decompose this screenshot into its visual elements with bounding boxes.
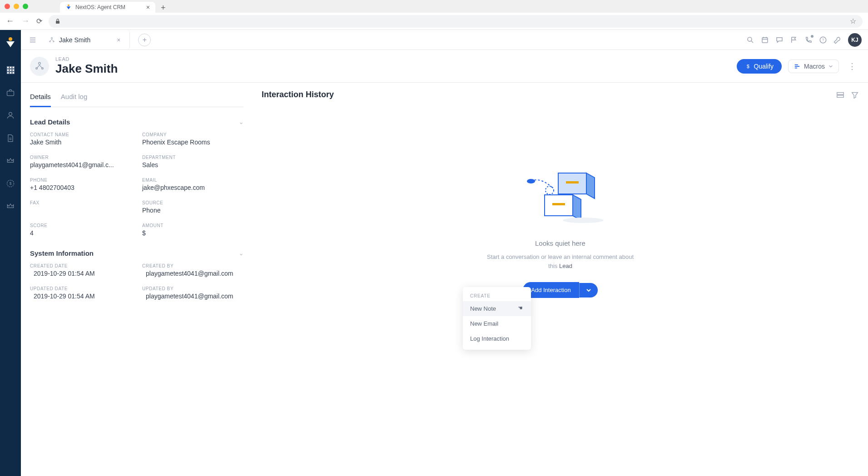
favicon bbox=[65, 4, 72, 10]
field-value[interactable]: Phone bbox=[142, 207, 243, 214]
svg-rect-9 bbox=[7, 72, 9, 74]
svg-rect-28 bbox=[837, 95, 843, 97]
dollar-circle-icon[interactable]: $ bbox=[5, 178, 16, 189]
field-value[interactable]: Phoenix Escape Rooms bbox=[142, 139, 243, 146]
browser-tab-title: NextOS: Agent CRM bbox=[75, 4, 125, 10]
section-system-info[interactable]: System Information ⌄ bbox=[30, 245, 243, 260]
svg-rect-1 bbox=[56, 21, 60, 24]
field-email: EMAIL jake@phxescape.com bbox=[142, 178, 243, 191]
document-icon[interactable] bbox=[5, 133, 16, 144]
filter-icon[interactable] bbox=[851, 91, 859, 99]
wrench-icon[interactable] bbox=[833, 36, 842, 44]
dropdown-header: CREATE bbox=[463, 291, 531, 301]
field-value: 2019-10-29 01:54 AM bbox=[30, 293, 131, 300]
briefcase-icon[interactable] bbox=[5, 87, 16, 98]
window-close[interactable] bbox=[5, 4, 10, 9]
svg-point-35 bbox=[563, 218, 604, 223]
add-interaction-dropdown: CREATE New Note ☚ New Email Log Interact… bbox=[463, 287, 531, 350]
field-value[interactable]: jake@phxescape.com bbox=[142, 184, 243, 191]
dropdown-item-new-note[interactable]: New Note ☚ bbox=[463, 301, 531, 316]
section-lead-details[interactable]: Lead Details ⌄ bbox=[30, 114, 243, 129]
svg-rect-3 bbox=[7, 67, 9, 69]
new-tab-button[interactable]: + bbox=[161, 3, 166, 13]
app-shell: $ Jake Smith × + bbox=[0, 30, 868, 476]
subtab-details[interactable]: Details bbox=[30, 90, 51, 107]
svg-rect-8 bbox=[12, 69, 14, 71]
dropdown-item-log-interaction[interactable]: Log Interaction bbox=[463, 331, 531, 346]
browser-chrome: NextOS: Agent CRM × + bbox=[0, 0, 868, 13]
workspace-tab-label: Jake Smith bbox=[59, 36, 90, 44]
svg-point-19 bbox=[748, 37, 752, 41]
browser-tab-active[interactable]: NextOS: Agent CRM × bbox=[60, 2, 155, 13]
search-icon[interactable] bbox=[746, 36, 754, 44]
field-label: CONTACT NAME bbox=[30, 132, 131, 137]
svg-text:$: $ bbox=[10, 181, 12, 186]
field-value[interactable]: 4 bbox=[30, 229, 131, 237]
subtab-audit-log[interactable]: Audit log bbox=[61, 90, 87, 107]
field-label: FAX bbox=[30, 200, 131, 205]
interaction-history-panel: Interaction History bbox=[253, 83, 868, 476]
flag-icon[interactable] bbox=[790, 36, 798, 44]
add-workspace-tab-button[interactable]: + bbox=[138, 34, 151, 46]
field-value[interactable]: +1 4802700403 bbox=[30, 184, 131, 191]
svg-rect-31 bbox=[566, 181, 579, 183]
bookmark-star-icon[interactable]: ☆ bbox=[850, 17, 856, 25]
subtabs: Details Audit log bbox=[30, 90, 243, 107]
details-panel: Details Audit log Lead Details ⌄ CONTACT… bbox=[21, 83, 253, 476]
record-type-label: LEAD bbox=[55, 56, 118, 62]
workspace-tab-close-icon[interactable]: × bbox=[117, 36, 120, 44]
field-label: COMPANY bbox=[142, 132, 243, 137]
svg-rect-20 bbox=[762, 37, 768, 42]
help-icon[interactable]: ? bbox=[819, 36, 827, 44]
svg-marker-30 bbox=[586, 173, 595, 198]
url-bar[interactable]: ☆ bbox=[49, 15, 863, 28]
empty-illustration bbox=[515, 168, 606, 231]
add-interaction-button[interactable]: Add Interaction bbox=[523, 282, 579, 298]
more-menu-icon[interactable]: ⋮ bbox=[845, 61, 859, 71]
svg-point-23 bbox=[39, 62, 41, 64]
dropdown-item-new-email[interactable]: New Email bbox=[463, 316, 531, 331]
dropdown-item-label: New Note bbox=[470, 305, 496, 312]
user-icon[interactable] bbox=[5, 110, 16, 121]
crown-outline-icon[interactable] bbox=[5, 201, 16, 212]
phone-icon[interactable] bbox=[804, 36, 813, 44]
browser-tabs: NextOS: Agent CRM × + bbox=[60, 0, 166, 13]
field-label: PHONE bbox=[30, 178, 131, 183]
chat-icon[interactable] bbox=[775, 36, 784, 44]
window-minimize[interactable] bbox=[14, 4, 19, 9]
crown-icon[interactable] bbox=[5, 155, 16, 166]
field-label: AMOUNT bbox=[142, 223, 243, 228]
apps-grid-icon[interactable] bbox=[5, 64, 16, 75]
avatar[interactable]: KJ bbox=[848, 33, 862, 47]
add-interaction-dropdown-toggle[interactable] bbox=[579, 283, 598, 298]
record-header: LEAD Jake Smith $ Qualify Macros ⋮ bbox=[21, 50, 868, 83]
left-rail: $ bbox=[0, 30, 21, 476]
macros-button[interactable]: Macros bbox=[788, 60, 839, 73]
reload-icon[interactable]: ⟳ bbox=[36, 17, 42, 25]
qualify-button[interactable]: $ Qualify bbox=[737, 59, 782, 74]
window-maximize[interactable] bbox=[23, 4, 28, 9]
field-value[interactable]: $ bbox=[142, 229, 243, 237]
field-created-by: CREATED BY playgametest4041@gmail.com bbox=[142, 263, 243, 277]
content-split: Details Audit log Lead Details ⌄ CONTACT… bbox=[21, 83, 868, 476]
nav-back-icon[interactable]: ← bbox=[5, 16, 15, 26]
app-logo[interactable] bbox=[4, 36, 17, 49]
calendar-icon[interactable] bbox=[761, 36, 769, 44]
tab-close-icon[interactable]: × bbox=[146, 4, 150, 11]
svg-rect-27 bbox=[837, 92, 843, 94]
svg-marker-33 bbox=[573, 195, 581, 220]
workspace-tab-lead[interactable]: Jake Smith × bbox=[42, 30, 130, 50]
svg-point-13 bbox=[9, 112, 12, 115]
field-value[interactable]: playgametest4041@gmail.c... bbox=[30, 161, 131, 169]
layout-toggle-icon[interactable] bbox=[836, 91, 844, 99]
nav-forward-icon[interactable]: → bbox=[21, 16, 30, 26]
address-bar-row: ← → ⟳ ☆ bbox=[0, 13, 868, 30]
field-value[interactable]: Sales bbox=[142, 161, 243, 169]
empty-state: Looks quiet here Start a conversation or… bbox=[262, 168, 859, 298]
empty-sub-strong: Lead bbox=[559, 263, 572, 269]
svg-text:$: $ bbox=[747, 63, 749, 69]
svg-rect-12 bbox=[7, 91, 14, 96]
top-actions: ? KJ bbox=[746, 33, 862, 47]
list-toggle-icon[interactable] bbox=[27, 35, 38, 45]
field-value[interactable]: Jake Smith bbox=[30, 139, 131, 146]
